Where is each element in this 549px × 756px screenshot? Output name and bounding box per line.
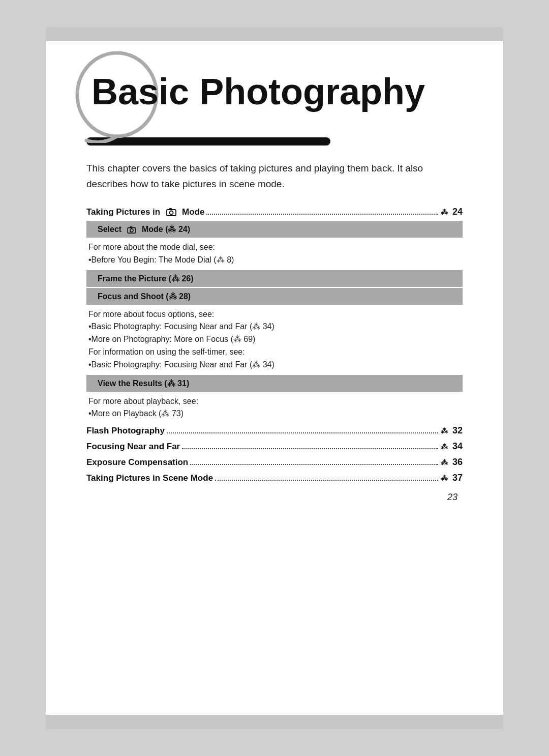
toc-label-focusing: Focusing Near and Far xyxy=(86,442,180,452)
bottom-bar xyxy=(46,715,503,729)
toc-dots-exposure xyxy=(190,464,438,465)
toc-label-taking-pictures: Taking Pictures in Mode xyxy=(86,207,204,217)
intro-paragraph: This chapter covers the basics of taking… xyxy=(86,161,463,192)
svg-rect-6 xyxy=(130,226,132,228)
page: Basic Photography This chapter covers th… xyxy=(46,27,503,729)
toc-dots-focusing xyxy=(182,448,438,449)
svg-point-2 xyxy=(169,211,173,215)
toc-sub-view-results: View the Results (⁂ 31) xyxy=(86,375,463,392)
toc-label-exposure: Exposure Compensation xyxy=(86,457,188,468)
toc-entry-exposure: Exposure Compensation ⁂ 36 xyxy=(86,454,463,470)
svg-point-5 xyxy=(130,229,133,232)
toc-icon-exposure: ⁂ xyxy=(441,458,448,467)
toc-icon-1: ⁂ xyxy=(441,208,448,216)
toc-icon-focusing: ⁂ xyxy=(441,443,448,451)
toc-num-scene-mode: 37 xyxy=(448,473,463,483)
toc-num-1: 24 xyxy=(448,207,463,217)
toc-dots-scene-mode xyxy=(215,480,438,481)
camera-icon-inline xyxy=(165,207,180,217)
content: Basic Photography This chapter covers th… xyxy=(46,41,503,715)
toc-entry-scene-mode: Taking Pictures in Scene Mode ⁂ 37 xyxy=(86,470,463,486)
toc-num-flash: 32 xyxy=(448,425,463,436)
toc-detail-focus-options: For more about focus options, see: •Basi… xyxy=(86,306,463,374)
toc-detail-mode-dial: For more about the mode dial, see: •Befo… xyxy=(86,239,463,269)
svg-rect-3 xyxy=(169,208,172,210)
toc-icon-flash: ⁂ xyxy=(441,427,448,435)
toc-label-scene-mode: Taking Pictures in Scene Mode xyxy=(86,473,213,483)
toc-dots-1 xyxy=(206,214,438,215)
page-number-footer: 23 xyxy=(86,487,463,503)
toc-entry-flash: Flash Photography ⁂ 32 xyxy=(86,423,463,439)
toc-sub-frame-picture: Frame the Picture (⁂ 26) xyxy=(86,270,463,287)
toc-label-flash: Flash Photography xyxy=(86,426,165,436)
title-section: Basic Photography xyxy=(86,67,463,112)
toc-entry-focusing: Focusing Near and Far ⁂ 34 xyxy=(86,439,463,454)
top-bar xyxy=(46,27,503,41)
page-number: 23 xyxy=(447,492,458,502)
toc-sub-focus-shoot: Focus and Shoot (⁂ 28) xyxy=(86,288,463,305)
camera-icon-select xyxy=(126,225,139,234)
toc-sub-select-mode: Select Mode (⁂ 24) xyxy=(86,221,463,238)
page-title: Basic Photography xyxy=(92,72,425,112)
toc-icon-scene-mode: ⁂ xyxy=(441,474,448,482)
toc-num-focusing: 34 xyxy=(448,441,463,452)
toc-block: Taking Pictures in Mode ⁂ 24 xyxy=(86,204,463,486)
toc-dots-flash xyxy=(167,432,438,433)
toc-num-exposure: 36 xyxy=(448,457,463,468)
toc-entry-taking-pictures: Taking Pictures in Mode ⁂ 24 xyxy=(86,204,463,220)
toc-detail-playback: For more about playback, see: •More on P… xyxy=(86,393,463,423)
